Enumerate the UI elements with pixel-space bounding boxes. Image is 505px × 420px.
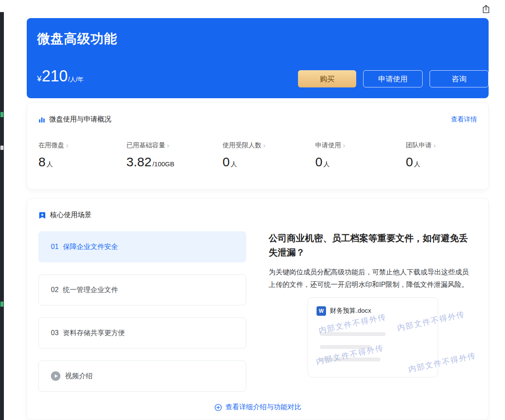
bookmark-star-icon: [38, 212, 46, 219]
document-filename: 财务预算.docx: [330, 307, 371, 315]
stat-number: 0: [315, 155, 323, 169]
document-header: W 财务预算.docx: [317, 306, 371, 316]
stat-value: 0 人: [223, 155, 315, 169]
share-button[interactable]: [480, 3, 492, 15]
price-currency: ¥: [37, 75, 41, 84]
consult-button[interactable]: 咨询: [430, 70, 489, 87]
stat-suffix: /100GB: [152, 160, 174, 168]
scenario-tab-list: 01 保障企业文件安全 02 统一管理企业文件 03 资料存储共享更方便 视频介…: [38, 231, 246, 392]
scenario-tab-storage-sharing[interactable]: 03 资料存储共享更方便: [38, 317, 246, 348]
core-scenarios-card: 核心使用场景 01 保障企业文件安全 02 统一管理企业文件 03 资料存储共享…: [27, 198, 489, 420]
stat-value: 0 人: [315, 155, 406, 169]
scenario-tab-unified-management[interactable]: 02 统一管理企业文件: [38, 274, 246, 305]
word-file-icon: W: [317, 306, 326, 316]
window-sliver-fragment: [0, 112, 3, 117]
stat-label-link[interactable]: 已用基础容量 ›: [126, 141, 223, 149]
bar-chart-icon: [38, 116, 45, 123]
document-illustration: W 财务预算.docx 内部文件不得外传 内部文件不得外传 内部文件不得外传 内…: [307, 296, 454, 380]
stat-label: 在用微盘: [38, 141, 64, 149]
scenario-label: 资料存储共享更方便: [63, 329, 125, 338]
stat-active-drive: 在用微盘 › 8 人: [38, 141, 126, 169]
stat-suffix: 人: [323, 160, 330, 168]
circle-plus-icon: [214, 404, 222, 411]
feature-compare-link[interactable]: 查看详细介绍与功能对比: [27, 403, 488, 412]
scenarios-body: 01 保障企业文件安全 02 统一管理企业文件 03 资料存储共享更方便 视频介…: [38, 231, 477, 392]
stat-label: 已用基础容量: [126, 141, 165, 149]
scenario-index: 03: [51, 329, 59, 337]
apply-button[interactable]: 申请使用: [363, 70, 423, 87]
stat-suffix: 人: [414, 160, 420, 168]
stat-value: 8 人: [38, 155, 126, 169]
stat-suffix: 人: [47, 160, 53, 168]
video-intro-item[interactable]: 视频介绍: [38, 361, 246, 392]
play-icon: [51, 371, 60, 381]
usage-overview-card: 微盘使用与申请概况 查看详情 在用微盘 › 8 人 已用基础容量 › 3.82 …: [27, 103, 489, 190]
placeholder-text-line: [320, 345, 371, 349]
stat-label: 使用受限人数: [223, 141, 261, 149]
scenarios-card-header: 核心使用场景: [38, 211, 477, 220]
placeholder-text-line: [320, 332, 386, 336]
background-window-edge[interactable]: [0, 12, 4, 420]
stat-label-link[interactable]: 申请使用 ›: [315, 141, 406, 149]
price-unit: /人/年: [68, 76, 84, 84]
scenario-description: 为关键岗位成员分配高级功能后，可禁止他人下载或导出这些成员上传的文件，还可统一开…: [269, 266, 472, 291]
window-sliver-fragment: [0, 302, 3, 307]
stat-number: 8: [38, 155, 46, 169]
buy-button[interactable]: 购买: [298, 70, 356, 87]
stats-row: 在用微盘 › 8 人 已用基础容量 › 3.82 /100GB 使用受限人数 ›: [38, 141, 477, 169]
document-mockup: W 财务预算.docx: [307, 297, 438, 377]
chevron-right-icon: ›: [433, 142, 436, 149]
stat-number: 0: [406, 155, 413, 169]
overview-card-title: 微盘使用与申请概况: [49, 115, 111, 124]
stat-label-link[interactable]: 团队申请 ›: [406, 141, 436, 149]
page-title: 微盘高级功能: [37, 30, 117, 48]
stat-apply-usage: 申请使用 › 0 人: [315, 141, 406, 169]
view-details-link[interactable]: 查看详情: [451, 115, 477, 124]
premium-feature-banner: 微盘高级功能 ¥ 210 /人/年 购买 申请使用 咨询: [27, 18, 489, 98]
price-value: 210: [42, 67, 68, 85]
scenario-detail-panel: 公司商业机密、员工档案等重要文件，如何避免丢失泄漏？ 为关键岗位成员分配高级功能…: [269, 231, 475, 392]
video-intro-label: 视频介绍: [65, 372, 93, 381]
scenario-label: 保障企业文件安全: [63, 243, 118, 252]
window-sliver-fragment: [0, 146, 3, 150]
scenario-index: 02: [51, 286, 59, 294]
stat-team-apply: 团队申请 › 0 人: [406, 141, 436, 169]
feature-compare-label: 查看详细介绍与功能对比: [226, 403, 301, 412]
scenarios-card-title: 核心使用场景: [50, 211, 91, 220]
stat-number: 0: [223, 155, 230, 169]
stat-label: 团队申请: [406, 141, 432, 149]
chevron-right-icon: ›: [167, 142, 169, 149]
stat-value: 3.82 /100GB: [126, 155, 223, 169]
stat-label-link[interactable]: 使用受限人数 ›: [223, 141, 315, 149]
overview-card-header: 微盘使用与申请概况 查看详情: [38, 115, 477, 124]
chevron-right-icon: ›: [263, 142, 265, 149]
stat-restricted-users: 使用受限人数 › 0 人: [223, 141, 315, 169]
placeholder-text-line: [320, 358, 380, 361]
stat-used-capacity: 已用基础容量 › 3.82 /100GB: [126, 141, 223, 169]
hero-button-group: 购买 申请使用 咨询: [298, 70, 489, 87]
stat-label-link[interactable]: 在用微盘 ›: [38, 141, 126, 149]
scenario-label: 统一管理企业文件: [63, 286, 118, 295]
chevron-right-icon: ›: [66, 142, 68, 149]
chevron-right-icon: ›: [343, 142, 345, 149]
share-export-icon: [481, 4, 491, 14]
stat-label: 申请使用: [315, 141, 341, 149]
scenario-heading: 公司商业机密、员工档案等重要文件，如何避免丢失泄漏？: [269, 231, 472, 259]
stat-value: 0 人: [406, 155, 436, 169]
price: ¥ 210 /人/年: [37, 67, 84, 85]
stat-number: 3.82: [126, 155, 151, 169]
scenario-tab-file-security[interactable]: 01 保障企业文件安全: [38, 231, 246, 262]
stat-suffix: 人: [231, 160, 237, 168]
scenario-index: 01: [51, 243, 59, 251]
